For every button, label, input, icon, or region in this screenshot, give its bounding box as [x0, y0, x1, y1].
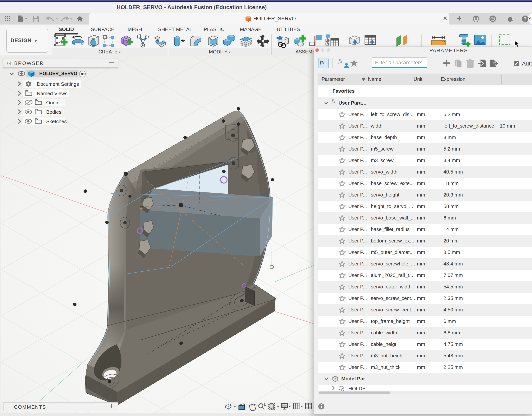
- svg-text:YZ: YZ: [528, 16, 532, 22]
